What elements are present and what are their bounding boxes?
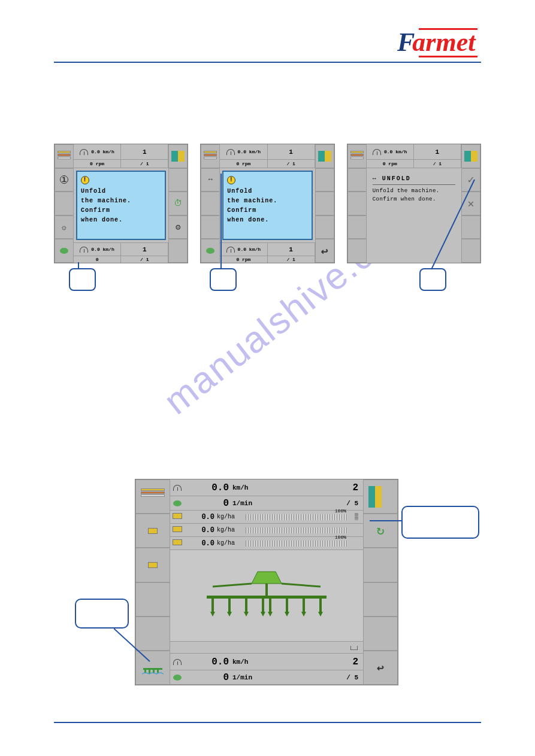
- ms2-bot-status-2: 0 rpm / 1: [220, 256, 315, 263]
- gauge-icon: [173, 659, 182, 665]
- callout-leader-1: [78, 262, 79, 269]
- ms1-empty-r2: [168, 239, 188, 263]
- refresh-icon: ↻: [376, 523, 384, 539]
- svg-line-0: [431, 180, 474, 269]
- ls-bot-speed-row: 0.0 km/h 2: [170, 654, 363, 670]
- unfold-arrows-icon: ↔: [373, 175, 377, 182]
- hopper-icon: [173, 526, 182, 532]
- svg-rect-3: [149, 670, 150, 673]
- indicator-icon: [318, 151, 331, 162]
- ls-bracket-row: ⌴: [170, 642, 363, 654]
- ls-side-stack-1[interactable]: [135, 479, 170, 514]
- ms1-top-status-2: 0 rpm / 1: [74, 160, 168, 168]
- ls-machine-diagram: [170, 550, 363, 642]
- snail-icon: [60, 248, 68, 254]
- ms2-top-status: 0.0 km/h 1: [220, 144, 315, 160]
- header-divider: [54, 62, 481, 63]
- ms1-indicator[interactable]: [168, 144, 188, 168]
- svg-marker-6: [252, 572, 282, 584]
- ms1-msg-l4: when done.: [81, 217, 123, 223]
- large-screen: ↻ ↩ 0.0 km/h 2 0 1/min / 5 0.0 kg/ha: [135, 479, 398, 685]
- back-icon: ↩: [377, 660, 384, 675]
- svg-marker-25: [301, 612, 306, 617]
- ms2-empty-2: [201, 215, 220, 239]
- ms1-msg-l3: Confirm: [81, 207, 110, 214]
- mini-screens-row: i ☼ ⏱ ⚙ 0.0 km/h 1 0 rpm / 1 ! Unfold: [54, 144, 481, 263]
- yellow-icon: [148, 528, 158, 534]
- ms2-back-button[interactable]: ↩: [315, 239, 334, 263]
- ms1-clock-button[interactable]: ⏱: [168, 192, 188, 215]
- callout-bubble-large-1: [401, 506, 479, 539]
- ls-bot-rpm-row: 0 1/min / 5: [170, 670, 363, 685]
- ms1-alert-dialog[interactable]: ! Unfold the machine. Confirm when done.: [76, 171, 166, 240]
- ms2-empty-r3: [315, 215, 334, 239]
- ls-speed-unit: km/h: [232, 484, 274, 491]
- ms1-bot-status-2: 0 / 1: [74, 256, 168, 263]
- logo-armet: armet: [412, 28, 475, 57]
- snail-icon: [206, 248, 214, 254]
- ms2-side-bottom[interactable]: [201, 239, 220, 263]
- ls-empty-r1: [363, 548, 398, 582]
- ms1-side-bottom[interactable]: [55, 239, 74, 263]
- ms2-empty-r1: [315, 168, 334, 192]
- ms2-indicator[interactable]: [315, 144, 334, 168]
- ms2-unfold-side-button[interactable]: ↔: [201, 168, 220, 192]
- svg-line-10: [282, 584, 321, 587]
- clock-icon: ⏱: [174, 199, 182, 208]
- unfold-arrows-icon: ↔: [208, 175, 213, 184]
- ls-side-yellow-2[interactable]: [135, 548, 170, 582]
- gauge-icon: [173, 485, 182, 491]
- ls-refresh-button[interactable]: ↻: [363, 514, 398, 548]
- svg-rect-7: [207, 596, 327, 599]
- indicator-icon: [368, 486, 392, 508]
- ms2-side-icon-1[interactable]: [201, 144, 220, 168]
- ls-speed-row: 0.0 km/h 2: [170, 479, 363, 496]
- ms1-msg-l2: the machine.: [81, 198, 131, 204]
- ls-rate-row-2: 0.0 kg/ha: [170, 524, 363, 537]
- svg-marker-22: [261, 612, 265, 617]
- ls-indicator[interactable]: [363, 479, 398, 514]
- bracket-icon[interactable]: ⌴: [350, 643, 358, 652]
- ls-rate-row-3: 0.0 kg/ha 100%: [170, 537, 363, 550]
- ms3-empty-l2: [347, 192, 367, 215]
- ms1-bot-status: 0.0 km/h 1: [74, 242, 168, 256]
- callout-leader-large-2: [114, 629, 156, 664]
- page-header: Farmet: [54, 27, 481, 63]
- back-icon: ↩: [321, 244, 328, 259]
- gauge-icon: [373, 149, 381, 155]
- ms3-line-2: Confirm when done.: [373, 196, 436, 202]
- ms1-info-button[interactable]: i: [55, 168, 74, 192]
- ls-back-button[interactable]: ↩: [363, 651, 398, 685]
- yellow-icon: [148, 562, 158, 568]
- ms3-line-1: Unfold the machine.: [373, 188, 440, 194]
- seeder-diagram-icon: [195, 569, 338, 623]
- brand-logo: Farmet: [397, 27, 481, 57]
- ms3-empty-l3: [347, 215, 367, 239]
- ms3-title: UNFOLD: [382, 175, 411, 182]
- ls-rpm: 0: [185, 498, 232, 509]
- gauge-icon: [226, 149, 235, 155]
- ms2-msg-l3: Confirm: [227, 207, 256, 214]
- ms1-gear-button[interactable]: ⚙: [168, 215, 188, 239]
- ls-side-yellow-1[interactable]: [135, 514, 170, 548]
- svg-rect-1: [143, 668, 162, 670]
- indicator-icon: [171, 151, 185, 162]
- ms1-bulb-button[interactable]: ☼: [55, 215, 74, 239]
- gauge-icon: [226, 247, 235, 253]
- svg-line-9: [213, 584, 252, 587]
- warning-icon: !: [227, 176, 235, 184]
- ms1-side-icon-1[interactable]: [55, 144, 74, 168]
- svg-marker-19: [210, 612, 215, 617]
- ms2-alert-dialog[interactable]: ! Unfold the machine. Confirm when done.: [222, 171, 312, 240]
- ms3-empty-l4: [347, 239, 367, 263]
- ms3-empty-l1: [347, 168, 367, 192]
- svg-marker-23: [268, 612, 273, 617]
- bulb-icon: ☼: [62, 223, 67, 232]
- gauge-icon: [80, 149, 88, 155]
- ms3-indicator[interactable]: [461, 144, 480, 168]
- svg-marker-26: [318, 612, 323, 617]
- ms2-bot-status: 0.0 km/h 1: [220, 242, 315, 256]
- callout-bubble-1: [69, 268, 96, 291]
- ms3-side-icon-1[interactable]: [347, 144, 367, 168]
- ms1-msg-l1: Unfold: [81, 188, 106, 195]
